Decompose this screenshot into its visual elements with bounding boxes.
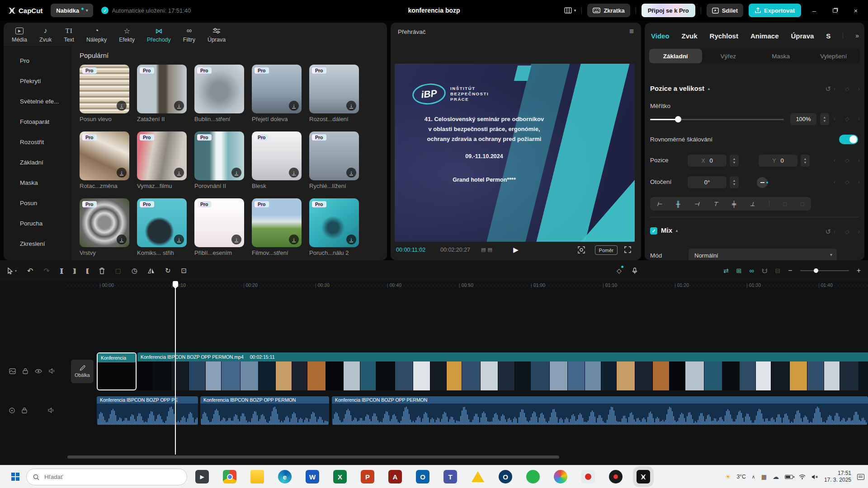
transition-item[interactable]: Pro↓Blesk <box>252 131 302 189</box>
download-icon[interactable]: ↓ <box>117 235 127 244</box>
cover-button[interactable]: Obálka <box>71 360 94 383</box>
transition-item[interactable]: Pro↓Porovnání II <box>194 131 244 189</box>
lock-icon[interactable] <box>22 407 27 413</box>
timeline-ruler[interactable]: |00:00|00:10|00:20|00:30|00:40|00:50|01:… <box>68 281 868 290</box>
transition-thumbnail[interactable]: Pro↓ <box>252 198 302 247</box>
sidebar-item-5[interactable]: Rozostřit <box>4 132 71 152</box>
transition-item[interactable]: Pro↓Přejetí doleva <box>252 65 302 122</box>
transition-item[interactable]: Pro↓Přiblí...esením <box>194 198 244 256</box>
delete-button[interactable] <box>99 267 105 274</box>
download-icon[interactable]: ↓ <box>117 101 127 111</box>
preview-axis-icon[interactable]: ⊟ <box>775 267 781 274</box>
position-y-field[interactable]: Y0 <box>759 155 797 167</box>
tab-zvuk[interactable]: Zvuk <box>682 32 698 40</box>
download-icon[interactable]: ↓ <box>174 168 184 178</box>
media-app-icon[interactable]: ▶ <box>195 470 209 483</box>
crop-button[interactable]: ⊡ <box>181 267 187 275</box>
red-white-app-icon[interactable] <box>581 470 595 483</box>
transition-item[interactable]: Pro↓Posun vlevo <box>80 65 129 122</box>
audio-clip[interactable]: Konferencia IBPCON BOZP OPP PERMON <box>332 396 868 425</box>
transition-item[interactable]: Pro↓Zatažení II <box>137 65 187 122</box>
transition-thumbnail[interactable]: Pro↓ <box>252 131 302 180</box>
file-explorer-icon[interactable] <box>250 470 264 483</box>
aspect-ratio-button[interactable]: Poměr <box>595 245 618 255</box>
position-x-field[interactable]: X0 <box>688 155 726 167</box>
export-button[interactable]: Exportovat <box>749 4 801 17</box>
layout-switch-button[interactable]: ▾ <box>564 7 576 14</box>
transition-thumbnail[interactable]: Pro↓ <box>309 198 359 247</box>
transition-item[interactable]: Pro↓Vrstvy <box>80 198 129 256</box>
weather-temperature[interactable]: 3°C <box>736 474 745 480</box>
tab-uprava[interactable]: Úprava <box>791 32 814 40</box>
tab-rychlost[interactable]: Rychlost <box>710 32 738 40</box>
keyframe-diamond-icon[interactable]: ◇ <box>844 86 849 92</box>
transition-thumbnail[interactable]: Pro↓ <box>309 65 359 113</box>
video-clip-selected[interactable]: Konferencia <box>97 352 137 390</box>
share-button[interactable]: Sdílet <box>707 4 743 17</box>
close-button[interactable]: × <box>848 0 863 21</box>
horizontal-scrollbar[interactable] <box>67 455 559 459</box>
rotation-field[interactable]: 0° <box>688 176 726 188</box>
distribute-vertical-icon[interactable]: □ <box>801 201 804 207</box>
record-app-icon[interactable] <box>609 470 623 483</box>
align-top-icon[interactable]: ⊤ <box>713 201 718 207</box>
acrobat-icon[interactable]: A <box>388 470 402 483</box>
align-right-icon[interactable]: ⊣ <box>694 201 699 207</box>
teams-icon[interactable]: T <box>443 470 457 483</box>
transition-thumbnail[interactable]: Pro↓ <box>80 198 129 247</box>
align-left-icon[interactable]: ⊢ <box>657 201 662 207</box>
freeze-frame-button[interactable]: ▢ <box>115 267 121 274</box>
join-pro-button[interactable]: Připoj se k Pro <box>642 4 695 17</box>
player-menu-icon[interactable]: ≡ <box>629 27 634 36</box>
transition-thumbnail[interactable]: Pro <box>194 65 244 113</box>
sidebar-item-10[interactable]: Zkreslení <box>4 234 71 254</box>
transition-item[interactable]: Pro↓Vymaz...filmu <box>137 131 187 189</box>
scale-slider[interactable] <box>650 119 784 120</box>
volume-muted-icon[interactable] <box>811 474 818 480</box>
position-y-stepper[interactable]: ▲▼ <box>801 155 810 167</box>
transition-item[interactable]: Pro↓Poruch...nálu 2 <box>309 198 359 256</box>
scale-value[interactable]: 100% <box>790 113 816 125</box>
main-track-magnetic-icon[interactable]: ⇄ <box>723 267 729 274</box>
chrome-icon[interactable] <box>223 470 236 483</box>
download-icon[interactable]: ↓ <box>346 101 356 111</box>
next-keyframe-icon[interactable]: › <box>858 86 860 92</box>
menu-button[interactable]: Nabídka ▾ <box>51 4 93 17</box>
audio-clip[interactable]: Konferencia IBPCON BOZP OPP PERMON <box>200 396 329 425</box>
download-icon[interactable]: ↓ <box>289 101 299 111</box>
excel-icon[interactable]: X <box>333 470 347 483</box>
video-clip-main[interactable]: Konferencia IBPCON BOZP OPP PERMON.mp4 0… <box>137 352 868 390</box>
collapse-caret-icon[interactable]: ▲ <box>707 87 711 91</box>
snapshot-button[interactable] <box>575 246 588 254</box>
network-icon[interactable] <box>799 474 806 479</box>
fullscreen-button[interactable] <box>622 246 634 253</box>
download-icon[interactable]: ↓ <box>174 235 184 244</box>
auto-ripple-icon[interactable]: ⊞ <box>736 267 742 274</box>
media-toolbar-item-6[interactable]: ⋈Přechody <box>147 26 171 43</box>
trim-left-button[interactable]: ]| <box>73 267 75 274</box>
media-toolbar-item-3[interactable]: TIText <box>64 26 74 43</box>
zoom-out-icon[interactable]: − <box>788 267 792 275</box>
reset-icon[interactable]: ↺ <box>825 85 831 93</box>
collapse-caret-icon[interactable]: ▲ <box>675 229 679 233</box>
transition-item[interactable]: Pro↓Filmov...stření <box>252 198 302 256</box>
snapping-magnet-icon[interactable] <box>762 268 768 274</box>
transition-item[interactable]: Pro↓Rychlé...lížení <box>309 131 359 189</box>
play-button[interactable]: ▶ <box>510 245 521 254</box>
media-toolbar-item-8[interactable]: Úprava <box>208 26 226 43</box>
taskbar-search[interactable] <box>26 469 187 485</box>
eye-icon[interactable] <box>35 369 42 374</box>
record-voiceover-button[interactable] <box>632 267 637 274</box>
search-input[interactable] <box>43 473 156 481</box>
minimize-button[interactable]: – <box>807 0 822 21</box>
blend-mode-select[interactable]: Normální ▾ <box>689 249 837 260</box>
download-icon[interactable]: ↓ <box>346 168 356 178</box>
green-app-icon[interactable] <box>526 470 540 483</box>
subtab-zakladni[interactable]: Základní <box>649 49 702 63</box>
zoom-in-icon[interactable]: + <box>857 267 861 275</box>
subtab-maska[interactable]: Maska <box>755 49 807 63</box>
scale-stepper[interactable]: ▲▼ <box>820 113 829 125</box>
hidden-icons-chevron[interactable]: ∧ <box>752 474 755 480</box>
split-button[interactable]: ][ <box>60 267 63 274</box>
media-toolbar-item-7[interactable]: ∞Filtry <box>183 26 195 43</box>
